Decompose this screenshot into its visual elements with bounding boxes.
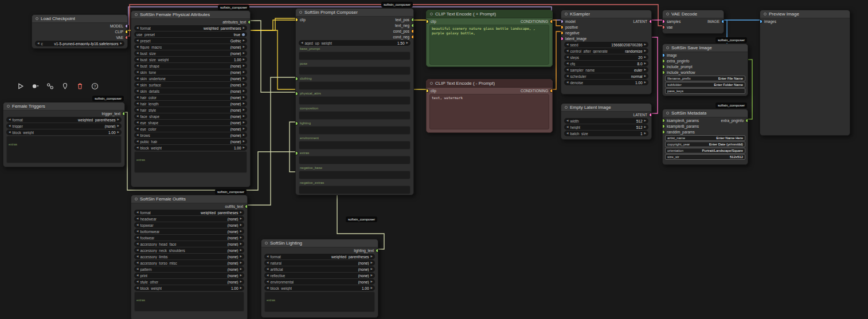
text-area[interactable] bbox=[299, 141, 410, 149]
input-slot-ksamplerA_params[interactable] bbox=[662, 119, 664, 122]
widget-hair_color[interactable]: ◀hair_color(none)▶ bbox=[134, 94, 247, 100]
decrement-arrow-icon[interactable]: ◀ bbox=[136, 132, 138, 138]
color-button[interactable] bbox=[31, 82, 40, 91]
decrement-arrow-icon[interactable]: ◀ bbox=[9, 129, 10, 135]
node-female-triggers[interactable]: Female Triggerstrigger_text◀formatweight… bbox=[3, 102, 125, 167]
widget-trigger[interactable]: ◀trigger(none)▶ bbox=[6, 123, 122, 129]
increment-arrow-icon[interactable]: ▶ bbox=[371, 273, 373, 278]
decrement-arrow-icon[interactable]: ◀ bbox=[136, 210, 138, 215]
output-slot-text_neg[interactable] bbox=[412, 24, 414, 27]
increment-arrow-icon[interactable]: ▶ bbox=[243, 57, 245, 62]
node-title-bar[interactable]: CLIP Text Encode ( - Prompt) bbox=[427, 80, 552, 88]
decrement-arrow-icon[interactable]: ◀ bbox=[136, 266, 138, 272]
widget-hair_style[interactable]: ◀hair_style(none)▶ bbox=[134, 107, 247, 113]
increment-arrow-icon[interactable]: ▶ bbox=[243, 69, 245, 75]
decrement-arrow-icon[interactable]: ◀ bbox=[136, 25, 138, 31]
output-slot-lighting_text[interactable] bbox=[376, 249, 378, 252]
increment-arrow-icon[interactable]: ▶ bbox=[243, 88, 245, 94]
text-area[interactable] bbox=[299, 186, 410, 194]
text-area[interactable] bbox=[299, 81, 410, 90]
text-area[interactable] bbox=[299, 52, 410, 60]
output-slot-trigger_text[interactable] bbox=[123, 112, 125, 115]
input-slot-lighting[interactable] bbox=[295, 122, 298, 125]
increment-arrow-icon[interactable]: ▶ bbox=[644, 80, 646, 85]
input-slot-latent_image[interactable] bbox=[561, 37, 563, 40]
input-slot-vae[interactable] bbox=[662, 26, 664, 29]
output-slot-MODEL[interactable] bbox=[126, 25, 128, 27]
increment-arrow-icon[interactable]: ▶ bbox=[371, 260, 373, 266]
decrement-arrow-icon[interactable]: ◀ bbox=[267, 285, 268, 291]
output-slot-VAE[interactable] bbox=[126, 36, 128, 39]
widget-accessory_torso_misc[interactable]: ◀accessory_torso_misc(none)▶ bbox=[134, 260, 244, 266]
decrement-arrow-icon[interactable]: ◀ bbox=[267, 260, 268, 266]
increment-arrow-icon[interactable]: ▶ bbox=[240, 210, 242, 215]
widget-figure_macro[interactable]: ◀figure_macro(none)▶ bbox=[134, 44, 247, 50]
increment-arrow-icon[interactable]: ▶ bbox=[243, 76, 245, 81]
increment-arrow-icon[interactable]: ▶ bbox=[644, 61, 646, 66]
widget-control_after_generate[interactable]: ◀control_after_generaterandomize▶ bbox=[564, 48, 648, 54]
output-slot-cond_neg[interactable] bbox=[412, 36, 414, 38]
increment-arrow-icon[interactable]: ▶ bbox=[371, 266, 373, 272]
widget-use_preset[interactable]: use_presettrue bbox=[134, 31, 247, 37]
increment-arrow-icon[interactable]: ▶ bbox=[118, 129, 119, 135]
node-title-bar[interactable]: SoftSin Female Physical Attributes bbox=[131, 11, 250, 19]
node-ksampler[interactable]: KSamplermodelLATENTpositivenegativelaten… bbox=[561, 10, 652, 94]
widget-hair_length[interactable]: ◀hair_length(none)▶ bbox=[134, 101, 247, 107]
widget-skin_surface[interactable]: ◀skin_surface(none)▶ bbox=[134, 82, 247, 88]
toggle-icon[interactable] bbox=[242, 33, 245, 36]
increment-arrow-icon[interactable]: ▶ bbox=[243, 120, 245, 125]
widget-brows[interactable]: ◀brows(none)▶ bbox=[134, 132, 247, 138]
decrement-arrow-icon[interactable]: ◀ bbox=[267, 279, 268, 285]
widget-skin_undertone[interactable]: ◀skin_undertone(none)▶ bbox=[134, 76, 247, 81]
node-title-bar[interactable]: CLIP Text Encode ( + Prompt) bbox=[427, 10, 552, 18]
text-area[interactable]: extras bbox=[134, 292, 244, 312]
decrement-arrow-icon[interactable]: ◀ bbox=[136, 285, 138, 291]
decrement-arrow-icon[interactable]: ◀ bbox=[136, 145, 138, 151]
input-slot-clip[interactable] bbox=[295, 18, 298, 21]
decrement-arrow-icon[interactable]: ◀ bbox=[136, 76, 138, 81]
pin-button[interactable] bbox=[61, 82, 69, 91]
widget-accessory_head_face[interactable]: ◀accessory_head_face(none)▶ bbox=[134, 241, 244, 247]
decrement-arrow-icon[interactable]: ◀ bbox=[566, 131, 568, 136]
widget-scheduler[interactable]: ◀schedulernormal▶ bbox=[564, 73, 648, 79]
field-pass_keys[interactable]: pass_keys bbox=[665, 88, 745, 94]
widget-eye_color[interactable]: ◀eye_color(none)▶ bbox=[134, 126, 247, 132]
play-button[interactable] bbox=[16, 82, 25, 91]
input-slot-images[interactable] bbox=[760, 20, 762, 23]
decrement-arrow-icon[interactable]: ◀ bbox=[566, 73, 568, 79]
decrement-arrow-icon[interactable]: ◀ bbox=[136, 120, 138, 125]
increment-arrow-icon[interactable]: ▶ bbox=[240, 279, 242, 285]
help-button[interactable]: ? bbox=[91, 82, 99, 91]
widget-preset[interactable]: ◀presetGothic▶ bbox=[134, 38, 247, 44]
decrement-arrow-icon[interactable]: ◀ bbox=[136, 254, 138, 259]
decrement-arrow-icon[interactable]: ◀ bbox=[136, 94, 138, 100]
decrement-arrow-icon[interactable]: ◀ bbox=[136, 69, 138, 75]
increment-arrow-icon[interactable]: ▶ bbox=[644, 48, 646, 54]
widget-block_weight[interactable]: ◀block_weight1.00▶ bbox=[6, 129, 122, 135]
widget-width[interactable]: ◀width512▶ bbox=[564, 118, 648, 124]
decrement-arrow-icon[interactable]: ◀ bbox=[136, 44, 138, 50]
node-title-bar[interactable]: Female Triggers bbox=[3, 103, 124, 111]
widget-topwear[interactable]: ◀topwear(none)▶ bbox=[134, 222, 244, 228]
output-slot-LATENT[interactable] bbox=[650, 20, 652, 23]
output-slot-cond_pos[interactable] bbox=[412, 30, 414, 33]
text-area[interactable]: extras bbox=[134, 151, 247, 173]
decrement-arrow-icon[interactable]: ◀ bbox=[136, 126, 138, 132]
input-slot-clip[interactable] bbox=[426, 20, 428, 23]
increment-arrow-icon[interactable]: ▶ bbox=[243, 50, 245, 56]
decrement-arrow-icon[interactable]: ◀ bbox=[136, 216, 138, 222]
field-orientation[interactable]: orientationPortrait/Landscape/Square bbox=[665, 148, 745, 153]
input-slot-clip[interactable] bbox=[426, 89, 428, 92]
increment-arrow-icon[interactable]: ▶ bbox=[243, 82, 245, 88]
field-artist_name[interactable]: artist_nameEnter Name Here bbox=[665, 135, 745, 141]
node-title-bar[interactable]: SoftSin Female Outfits bbox=[131, 195, 247, 203]
decrement-arrow-icon[interactable]: ◀ bbox=[267, 266, 268, 272]
widget-accessory_limbs[interactable]: ◀accessory_limbs(none)▶ bbox=[134, 254, 244, 259]
decrement-arrow-icon[interactable]: ◀ bbox=[136, 38, 138, 44]
output-slot-outfits_text[interactable] bbox=[245, 205, 248, 208]
widget-pubic_hair[interactable]: ◀pubic_hair(none)▶ bbox=[134, 139, 247, 144]
increment-arrow-icon[interactable]: ▶ bbox=[240, 266, 242, 272]
decrement-arrow-icon[interactable]: ◀ bbox=[566, 80, 568, 85]
field-size_str[interactable]: size_str512x512 bbox=[665, 154, 745, 160]
link-button[interactable] bbox=[46, 82, 54, 91]
